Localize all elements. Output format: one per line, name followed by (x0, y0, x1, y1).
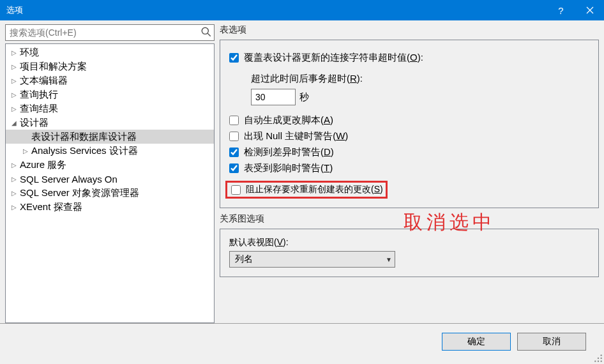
prevent-save-label: 阻止保存要求重新创建表的更改(S) (246, 184, 383, 195)
arrow-collapsed-icon: ▷ (10, 48, 19, 57)
arrow-collapsed-icon: ▷ (10, 202, 19, 211)
timeout-input[interactable] (251, 89, 296, 105)
options-tree[interactable]: ▷环境▷项目和解决方案▷文本编辑器▷查询执行▷查询结果◢设计器表设计器和数据库设… (5, 43, 215, 323)
tree-item-label: SQL Server Always On (20, 174, 117, 185)
tree-item-label: Azure 服务 (20, 159, 66, 171)
arrow-collapsed-icon: ▷ (10, 188, 19, 197)
svg-point-0 (202, 27, 208, 34)
tree-item-label: 表设计器和数据库设计器 (31, 131, 137, 143)
resize-grip-icon[interactable] (594, 354, 603, 363)
tree-item[interactable]: ▷SQL Server Always On (6, 172, 214, 186)
close-button[interactable] (575, 0, 604, 20)
timeout-unit: 秒 (299, 91, 309, 103)
arrow-collapsed-icon: ▷ (10, 90, 19, 99)
annotation-text: 取消选中 (404, 209, 495, 236)
svg-point-4 (601, 358, 602, 359)
prevent-save-highlight: 阻止保存要求重新创建表的更改(S) (225, 181, 388, 199)
svg-point-5 (594, 361, 596, 362)
timeout-label: 超过此时间后事务超时(R): (251, 73, 589, 85)
arrow-collapsed-icon (21, 132, 30, 141)
arrow-collapsed-icon: ▷ (10, 104, 19, 113)
close-icon (586, 6, 594, 14)
cancel-button[interactable]: 取消 (517, 333, 586, 351)
table-options-label: 表选项 (220, 24, 599, 36)
tree-item-label: Analysis Services 设计器 (31, 145, 138, 157)
tree-item[interactable]: ▷环境 (6, 45, 214, 59)
affected-warning-checkbox[interactable]: 表受到影响时警告(T) (229, 162, 589, 174)
titlebar: 选项 ? (0, 0, 604, 20)
svg-point-3 (598, 358, 599, 359)
override-connection-checkbox[interactable]: 覆盖表设计器更新的连接字符串超时值(O): (229, 52, 589, 64)
tree-item[interactable]: ▷项目和解决方案 (6, 59, 214, 73)
default-view-combo[interactable]: 列名 ▼ (229, 251, 395, 268)
svg-point-6 (598, 361, 599, 362)
tree-item[interactable]: ▷查询结果 (6, 102, 214, 116)
tree-item[interactable]: ▷Analysis Services 设计器 (6, 144, 214, 158)
tree-item-label: XEvent 探查器 (20, 201, 82, 213)
svg-point-2 (601, 354, 602, 356)
tree-item[interactable]: ▷XEvent 探查器 (6, 200, 214, 214)
chevron-down-icon: ▼ (386, 256, 392, 263)
auto-generate-script-checkbox[interactable]: 自动生成更改脚本(A) (229, 114, 589, 126)
arrow-expanded-icon: ◢ (10, 118, 19, 127)
tree-item[interactable]: ▷SQL Server 对象资源管理器 (6, 186, 214, 200)
diff-warning-checkbox[interactable]: 检测到差异时警告(D) (229, 146, 589, 158)
tree-item-label: 文本编辑器 (20, 75, 68, 87)
default-view-label: 默认表视图(V): (229, 237, 589, 248)
tree-item-label: 设计器 (20, 117, 49, 129)
tree-item[interactable]: ▷查询执行 (6, 87, 214, 102)
tree-item-label: 项目和解决方案 (20, 61, 87, 73)
table-options-group: 覆盖表设计器更新的连接字符串超时值(O): 超过此时间后事务超时(R): 秒 自… (220, 40, 599, 208)
window-title: 选项 (6, 4, 547, 16)
tree-item[interactable]: ▷Azure 服务 (6, 158, 214, 172)
search-input[interactable] (5, 24, 215, 41)
tree-item[interactable]: 表设计器和数据库设计器 (6, 130, 214, 144)
help-button[interactable]: ? (547, 0, 575, 20)
arrow-collapsed-icon: ▷ (10, 76, 19, 85)
tree-item-label: 查询结果 (20, 103, 58, 115)
dialog-footer: 确定 取消 (0, 323, 604, 359)
svg-point-7 (601, 361, 602, 362)
ok-button[interactable]: 确定 (442, 333, 511, 351)
arrow-collapsed-icon: ▷ (10, 174, 19, 183)
svg-line-1 (208, 33, 211, 36)
arrow-collapsed-icon: ▷ (21, 146, 30, 155)
prevent-save-checkbox[interactable] (231, 185, 241, 195)
tree-item-label: 环境 (20, 47, 39, 59)
search-icon (200, 26, 212, 38)
tree-item[interactable]: ◢设计器 (6, 116, 214, 130)
tree-item-label: 查询执行 (20, 89, 58, 101)
null-pk-warning-checkbox[interactable]: 出现 Null 主键时警告(W) (229, 130, 589, 142)
arrow-collapsed-icon: ▷ (10, 160, 19, 169)
arrow-collapsed-icon: ▷ (10, 62, 19, 71)
diagram-options-group: 默认表视图(V): 列名 ▼ (220, 229, 599, 277)
tree-item[interactable]: ▷文本编辑器 (6, 73, 214, 87)
tree-item-label: SQL Server 对象资源管理器 (20, 187, 139, 199)
